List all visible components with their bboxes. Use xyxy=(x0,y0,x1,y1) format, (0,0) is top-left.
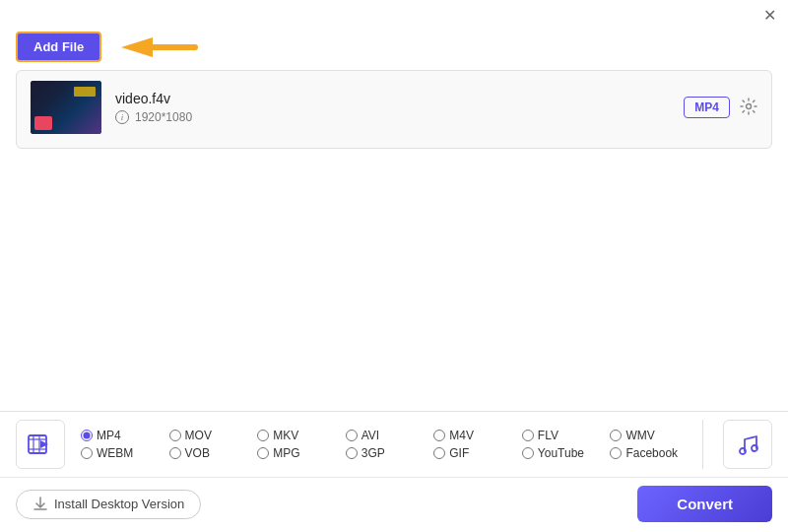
file-list-area: video.f4v i 1920*1080 MP4 xyxy=(16,70,772,149)
convert-button[interactable]: Convert xyxy=(637,486,772,522)
divider xyxy=(702,420,703,469)
music-format-icon-box[interactable] xyxy=(723,420,772,469)
format-youtube[interactable]: YouTube xyxy=(522,446,611,460)
file-name: video.f4v xyxy=(115,91,670,106)
format-selector: MP4 MOV MKV AVI M4V FLV xyxy=(0,412,788,477)
title-bar: ✕ xyxy=(0,0,788,28)
format-mkv[interactable]: MKV xyxy=(257,429,346,442)
radio-facebook[interactable] xyxy=(610,447,622,459)
add-file-button[interactable]: Add File xyxy=(16,32,101,62)
arrow-icon xyxy=(113,33,202,61)
radio-avi[interactable] xyxy=(346,430,358,441)
format-gif[interactable]: GIF xyxy=(433,446,522,460)
install-label: Install Desktop Version xyxy=(54,497,184,511)
bottom-panel: MP4 MOV MKV AVI M4V FLV xyxy=(0,411,788,532)
toolbar: Add File xyxy=(0,28,788,70)
bottom-actions: Install Desktop Version Convert xyxy=(0,477,788,532)
video-format-icon-box[interactable] xyxy=(16,420,65,469)
file-item: video.f4v i 1920*1080 MP4 xyxy=(17,71,771,144)
arrow-hint xyxy=(113,33,202,61)
download-icon xyxy=(33,497,48,512)
radio-m4v[interactable] xyxy=(433,430,445,441)
format-grid: MP4 MOV MKV AVI M4V FLV xyxy=(81,429,698,460)
radio-youtube[interactable] xyxy=(522,447,534,459)
format-m4v[interactable]: M4V xyxy=(433,429,522,442)
format-mov[interactable]: MOV xyxy=(169,429,258,442)
format-webm[interactable]: WEBM xyxy=(81,446,169,460)
format-mpg[interactable]: MPG xyxy=(257,446,346,460)
file-thumbnail xyxy=(31,81,101,134)
radio-mov[interactable] xyxy=(169,430,181,441)
radio-mkv[interactable] xyxy=(257,430,269,441)
close-button[interactable]: ✕ xyxy=(763,8,776,24)
format-3gp[interactable]: 3GP xyxy=(346,446,434,460)
format-mp4[interactable]: MP4 xyxy=(81,429,169,442)
settings-button[interactable] xyxy=(740,98,757,118)
svg-marker-0 xyxy=(121,37,153,57)
format-facebook[interactable]: Facebook xyxy=(610,446,698,460)
format-wmv[interactable]: WMV xyxy=(610,429,698,442)
radio-gif[interactable] xyxy=(433,447,445,459)
radio-webm[interactable] xyxy=(81,447,93,459)
radio-wmv[interactable] xyxy=(610,430,622,441)
info-icon: i xyxy=(115,110,129,124)
format-badge[interactable]: MP4 xyxy=(684,97,730,118)
empty-area xyxy=(0,149,788,346)
install-desktop-button[interactable]: Install Desktop Version xyxy=(16,490,201,519)
radio-3gp[interactable] xyxy=(346,447,358,459)
file-info: video.f4v i 1920*1080 xyxy=(115,91,670,124)
radio-mpg[interactable] xyxy=(257,447,269,459)
format-flv[interactable]: FLV xyxy=(522,429,611,442)
radio-mp4[interactable] xyxy=(81,430,93,441)
svg-rect-1 xyxy=(151,44,198,50)
file-meta: i 1920*1080 xyxy=(115,110,670,124)
file-resolution: 1920*1080 xyxy=(135,110,192,124)
file-actions: MP4 xyxy=(684,97,757,118)
radio-flv[interactable] xyxy=(522,430,534,441)
svg-point-2 xyxy=(747,103,752,108)
format-avi[interactable]: AVI xyxy=(346,429,434,442)
video-icon xyxy=(27,431,54,458)
radio-vob[interactable] xyxy=(169,447,181,459)
music-icon xyxy=(735,432,760,457)
gear-icon xyxy=(740,98,757,115)
format-vob[interactable]: VOB xyxy=(169,446,258,460)
